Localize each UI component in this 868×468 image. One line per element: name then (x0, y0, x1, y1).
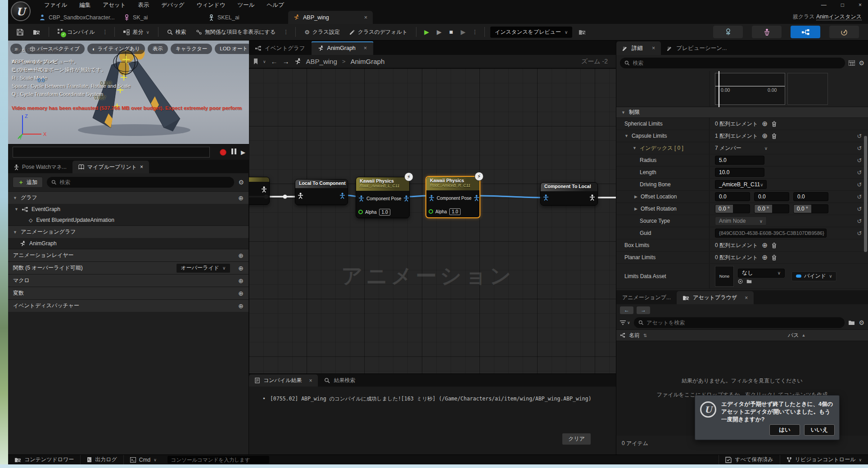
animgraph-canvas[interactable]: アニメーション Local To Component ⚡ Kawaii Phys… (249, 68, 616, 374)
tab-compile-results[interactable]: コンパイル結果 × (249, 374, 318, 387)
class-settings-button[interactable]: ⚙ クラス設定 (301, 27, 343, 38)
browse-asset-button[interactable] (30, 27, 43, 37)
perspective-dropdown[interactable]: パースペクティブ (25, 44, 85, 54)
revision-control-button[interactable]: リビジョンコントロール ∨ (780, 455, 868, 464)
find-button[interactable]: 検索 (164, 27, 190, 38)
asset-thumbnail[interactable]: None (715, 266, 734, 287)
compile-button[interactable]: ✓ コンパイル (54, 27, 98, 38)
lod-dropdown[interactable]: LOD オート (215, 44, 249, 54)
column-name[interactable]: 名前 (629, 332, 640, 339)
offset-location-z-input[interactable]: 0.0 (793, 192, 828, 201)
expand-icon[interactable]: ▶ (634, 194, 637, 199)
tab-pose-watch-manager[interactable]: Pose Watchマネ... (8, 161, 72, 173)
collapse-icon[interactable]: ▼ (633, 146, 637, 150)
menu-edit[interactable]: 編集 (79, 1, 90, 9)
graph-node-local-to-component[interactable]: Local To Component (295, 179, 348, 205)
search-input[interactable] (59, 179, 230, 185)
my-blueprint-search[interactable] (47, 177, 234, 188)
nav-back-icon[interactable]: ← (271, 58, 278, 65)
step-forward-button[interactable]: ▶ (434, 27, 444, 36)
timeline-track[interactable] (13, 147, 210, 158)
play-options-icon[interactable]: ⋮ (471, 29, 479, 35)
browse-preview-button[interactable] (575, 27, 589, 37)
add-button[interactable]: ＋追加 (13, 177, 43, 188)
pose-pin-icon[interactable] (429, 195, 434, 201)
section-event-dispatchers[interactable]: イベントディスパッチャー⊕ (8, 299, 249, 312)
bookmark-icon[interactable] (253, 58, 258, 64)
breadcrumb-animgraph[interactable]: AnimGraph (350, 58, 384, 65)
tab-animgraph[interactable]: AnimGraph × (312, 41, 374, 55)
pose-pin-icon[interactable] (589, 194, 595, 201)
tab-details[interactable]: 詳細 × (616, 41, 661, 55)
chevron-down-icon[interactable]: ∨ (764, 146, 768, 151)
menu-debug[interactable]: デバッグ (161, 1, 184, 9)
filter-dropdown[interactable]: ∨ (620, 320, 630, 325)
menu-tools[interactable]: ツール (237, 1, 254, 9)
cmd-dropdown[interactable]: Cmd ∨ (124, 455, 163, 464)
pose-pin-icon[interactable] (261, 186, 267, 193)
close-tab-icon[interactable]: × (652, 45, 655, 51)
driving-bone-dropdown[interactable]: _AmiceB_R_C11∨ (715, 180, 767, 189)
close-tab-icon[interactable]: × (364, 14, 367, 21)
add-variable-icon[interactable]: ⊕ (238, 290, 244, 297)
offset-rotation-yaw-input[interactable]: 0.0 ° (793, 204, 828, 213)
hide-options-icon[interactable]: ⋮ (282, 29, 290, 35)
offset-rotation-roll-input[interactable]: 0.0 ° (715, 204, 750, 213)
console-command-input-wrap[interactable] (167, 456, 269, 464)
add-element-icon[interactable]: ⊕ (762, 253, 768, 261)
tab-cbp-sandboxcharacter[interactable]: CBP_SandboxCharacter... (34, 11, 119, 24)
diff-button[interactable]: 差分 ∨ (120, 27, 152, 38)
add-function-icon[interactable]: ⊕ (238, 265, 244, 272)
collapse-icon[interactable]: ▼ (13, 230, 17, 234)
curve-box-secondary[interactable] (787, 73, 828, 105)
pose-pin-icon[interactable] (403, 195, 409, 202)
item-animgraph[interactable]: AnimGraph (8, 238, 249, 249)
alpha-value-input[interactable]: 1.0 (379, 209, 391, 216)
character-dropdown[interactable]: キャラクター (171, 44, 212, 54)
save-button[interactable] (14, 27, 27, 37)
compile-options-icon[interactable]: ⋮ (101, 29, 109, 35)
add-element-icon[interactable]: ⊕ (762, 132, 768, 140)
tab-preview-scene[interactable]: プレビューシーン... (661, 41, 732, 55)
section-graphs[interactable]: ▼グラフ⊕ (8, 191, 249, 204)
override-dropdown[interactable]: オーバーライド∨ (176, 263, 231, 273)
menu-window[interactable]: ウィンドウ (197, 1, 226, 9)
add-element-icon[interactable]: ⊕ (762, 120, 768, 128)
alpha-value-input[interactable]: 1.0 (449, 208, 461, 215)
graph-node-kawaii-physics-left[interactable]: ⚡ Kawaii PhysicsRoot:_AmiceB_L_C11 Compo… (356, 177, 410, 218)
step-button[interactable]: ▶ (241, 149, 245, 156)
details-search[interactable] (620, 58, 845, 68)
section-animation-graphs[interactable]: ▼アニメーショングラフ (8, 225, 249, 238)
sort-icon[interactable]: ⇅ (643, 333, 647, 338)
browse-to-asset-icon[interactable] (746, 279, 752, 284)
section-functions[interactable]: 関数 (5 オーバーライド可能) オーバーライド∨ ⊕ (8, 261, 249, 274)
asset-dropdown[interactable]: なし∨ (738, 269, 785, 278)
folder-view-icon[interactable] (848, 320, 855, 325)
offset-location-x-input[interactable]: 0.0 (715, 192, 750, 201)
curve-playhead[interactable] (719, 71, 719, 107)
pause-button[interactable] (231, 148, 237, 156)
graph-node-clipped[interactable] (249, 177, 270, 205)
asset-search[interactable] (634, 317, 845, 328)
mesh-mode-button[interactable] (752, 26, 782, 38)
search-input[interactable] (633, 60, 841, 66)
hide-unrelated-button[interactable]: 無関係な項目を非表示にする (193, 27, 279, 38)
collapse-icon[interactable]: ▼ (14, 207, 18, 212)
yes-button[interactable]: はい (769, 424, 800, 436)
trash-icon[interactable] (772, 243, 777, 248)
use-selected-icon[interactable] (738, 279, 743, 284)
trash-icon[interactable] (772, 133, 777, 139)
length-input[interactable]: 10.0 (715, 168, 764, 177)
gear-icon[interactable]: ⚙ (859, 59, 864, 67)
gear-icon[interactable]: ⚙ (859, 319, 864, 326)
animation-mode-button[interactable] (829, 26, 859, 38)
details-scrollbar[interactable] (864, 136, 867, 252)
expand-icon[interactable]: ▶ (634, 207, 637, 211)
column-path[interactable]: パス (788, 332, 799, 339)
content-drawer-button[interactable]: コンテンツドロワー (8, 455, 80, 464)
skeleton-mode-button[interactable] (713, 26, 743, 38)
menu-file[interactable]: ファイル (44, 1, 67, 9)
nav-back-button[interactable]: ← (620, 306, 633, 314)
nav-forward-button[interactable]: → (637, 306, 650, 314)
show-dropdown[interactable]: 表示 (148, 44, 168, 54)
